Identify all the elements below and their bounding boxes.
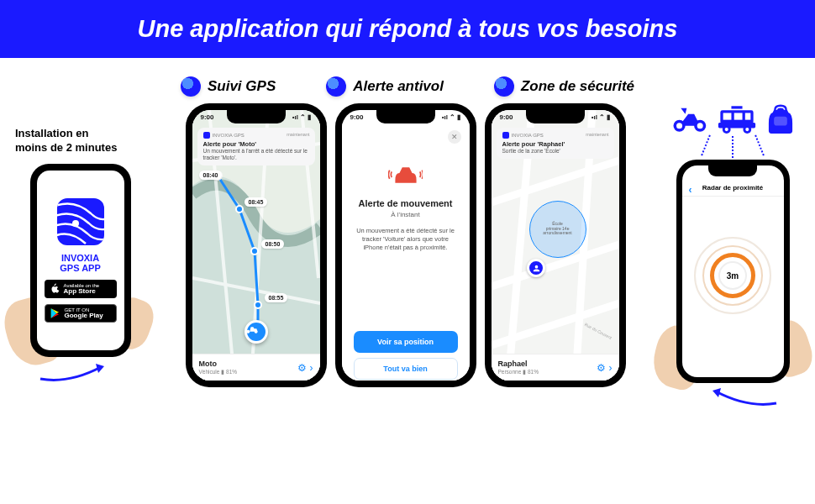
radar-distance: 3m xyxy=(718,261,747,290)
feature-antivol-icon xyxy=(326,76,346,97)
tracker-footer[interactable]: MotoVéhicule ▮ 81% ⚙ › xyxy=(192,354,320,381)
view-position-button[interactable]: Voir sa position xyxy=(354,331,458,353)
invoxia-app-icon xyxy=(57,198,104,245)
alert-subtitle: À l'instant xyxy=(391,211,419,218)
notification-card[interactable]: INVOXIA GPS maintenant Alerte pour 'Moto… xyxy=(197,128,315,165)
svg-rect-21 xyxy=(774,117,787,126)
feature-antivol-label: Alerte antivol xyxy=(353,78,444,95)
feature-antivol: Alerte antivol xyxy=(326,76,444,97)
hero-banner: Une application qui répond à tous vos be… xyxy=(0,0,815,58)
install-column: Installation en moins de 2 minutes INVOX… xyxy=(15,127,145,357)
feature-gps-icon xyxy=(181,76,201,97)
app-name: INVOXIAGPS APP xyxy=(60,253,101,274)
arrow-icon xyxy=(706,383,781,410)
alert-body: Un mouvement a été détecté sur le tracke… xyxy=(354,227,458,252)
svg-rect-16 xyxy=(734,113,743,119)
svg-point-19 xyxy=(725,128,728,131)
phone-install: INVOXIAGPS APP Available on theApp Store… xyxy=(30,164,131,357)
person-pin-icon[interactable] xyxy=(527,259,545,277)
install-screen: INVOXIAGPS APP Available on theApp Store… xyxy=(37,171,124,350)
phones-middle: 08:40 08:45 08:50 08:55 9:00•ıl ⌃ ▮ INVO… xyxy=(184,103,628,387)
phone-zone: Écoleprimaire 14earrondissement Rue du C… xyxy=(485,103,626,387)
svg-point-9 xyxy=(676,123,682,129)
install-text: Installation en moins de 2 minutes xyxy=(15,127,145,155)
svg-rect-18 xyxy=(731,106,742,108)
svg-point-4 xyxy=(251,248,258,255)
appstore-badge[interactable]: Available on theApp Store xyxy=(45,280,117,298)
svg-rect-15 xyxy=(723,113,732,119)
moto-pin-icon[interactable] xyxy=(244,320,268,344)
phone-radar: ‹ Radar de proximité 3m xyxy=(676,160,790,383)
radar-header: ‹ Radar de proximité xyxy=(682,184,784,197)
svg-point-0 xyxy=(72,220,79,227)
feature-row: Suivi GPS Alerte antivol Zone de sécurit… xyxy=(0,76,815,97)
alert-title: Alerte de mouvement xyxy=(359,198,453,208)
car-alert-icon xyxy=(388,165,423,190)
svg-point-5 xyxy=(255,302,261,308)
svg-point-3 xyxy=(236,206,243,213)
phone-tracking: 08:40 08:45 08:50 08:55 9:00•ıl ⌃ ▮ INVO… xyxy=(186,103,327,387)
arrow-icon xyxy=(35,359,111,386)
time-chip: 08:40 xyxy=(199,171,223,180)
gear-icon[interactable]: ⚙ › xyxy=(597,362,612,374)
feature-gps: Suivi GPS xyxy=(181,76,276,97)
time-chip: 08:55 xyxy=(265,293,288,302)
motorcycle-icon xyxy=(670,103,707,134)
back-icon[interactable]: ‹ xyxy=(689,184,692,196)
tracker-footer[interactable]: RaphaelPersonne ▮ 81% ⚙ › xyxy=(492,354,619,381)
radar-column: ‹ Radar de proximité 3m xyxy=(665,103,800,383)
gear-icon[interactable]: ⚙ › xyxy=(297,362,313,374)
svg-point-10 xyxy=(697,123,703,129)
time-chip: 08:50 xyxy=(261,239,285,249)
security-zone-circle: Écoleprimaire 14earrondissement xyxy=(529,201,586,258)
feature-gps-label: Suivi GPS xyxy=(208,78,276,95)
backpack-icon xyxy=(766,103,795,134)
notification-card[interactable]: INVOXIA GPS maintenant Alerte pour 'Raph… xyxy=(497,128,614,159)
time-chip: 08:45 xyxy=(244,197,268,207)
phone-alert: 9:00•ıl ⌃ ▮ ✕ Alerte de mouvement À l'in… xyxy=(335,103,476,387)
close-icon[interactable]: ✕ xyxy=(448,130,461,144)
svg-rect-17 xyxy=(745,113,751,119)
feature-zone: Zone de sécurité xyxy=(494,76,634,97)
dotted-lines-icon xyxy=(665,136,800,158)
apple-icon xyxy=(49,283,60,295)
googleplay-badge[interactable]: GET IT ONGoogle Play xyxy=(45,304,117,323)
all-good-button[interactable]: Tout va bien xyxy=(354,358,458,380)
svg-point-20 xyxy=(745,128,749,131)
feature-zone-icon xyxy=(494,76,514,97)
jeep-icon xyxy=(712,103,761,134)
tracked-items-icons xyxy=(665,103,800,134)
main-row: Installation en moins de 2 minutes INVOX… xyxy=(0,103,815,387)
play-icon xyxy=(50,307,61,319)
feature-zone-label: Zone de sécurité xyxy=(521,78,634,95)
